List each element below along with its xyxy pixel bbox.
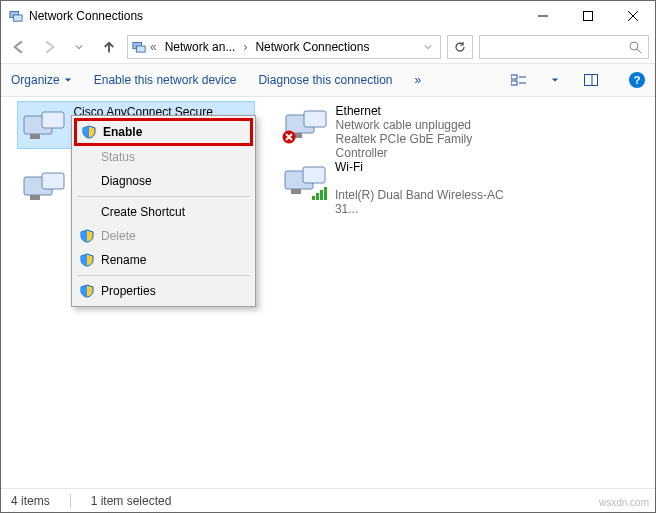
svg-rect-7	[136, 46, 145, 52]
address-dropdown[interactable]	[420, 40, 436, 54]
chevron-down-icon	[64, 76, 72, 84]
shield-icon	[80, 253, 94, 267]
search-box[interactable]	[479, 35, 649, 59]
selected-count: 1 item selected	[91, 494, 172, 508]
adapter-name: Wi-Fi	[335, 160, 526, 174]
shield-icon	[82, 125, 96, 139]
context-diagnose[interactable]: Diagnose	[75, 169, 252, 193]
svg-rect-1	[13, 15, 22, 21]
item-count: 4 items	[11, 494, 50, 508]
context-properties[interactable]: Properties	[75, 279, 252, 303]
command-bar: Organize Enable this network device Diag…	[1, 63, 655, 97]
minimize-button[interactable]	[520, 1, 565, 31]
breadcrumb-part1[interactable]: Network an...	[161, 40, 240, 54]
svg-rect-17	[42, 112, 64, 128]
divider	[70, 494, 71, 508]
chevron-right-icon[interactable]: ›	[243, 40, 247, 54]
adapter-icon	[20, 166, 68, 206]
adapter-icon	[21, 105, 67, 145]
adapter-name: Ethernet	[336, 104, 526, 118]
titlebar: Network Connections	[1, 1, 655, 31]
svg-rect-23	[304, 111, 326, 127]
adapter-device: Intel(R) Dual Band Wireless-AC 31...	[335, 188, 526, 216]
chevron-down-icon[interactable]	[551, 76, 559, 84]
overflow-button[interactable]: »	[415, 73, 422, 87]
svg-rect-18	[30, 134, 40, 139]
adapter-device: Realtek PCIe GbE Family Controller	[336, 132, 526, 160]
error-icon	[282, 130, 296, 144]
app-icon	[9, 8, 23, 25]
organize-menu[interactable]: Organize	[11, 73, 72, 87]
shield-icon	[80, 229, 94, 243]
adapter-ethernet[interactable]: Ethernet Network cable unplugged Realtek…	[279, 101, 529, 163]
preview-pane-button[interactable]	[581, 74, 601, 86]
close-button[interactable]	[610, 1, 655, 31]
svg-rect-3	[583, 12, 592, 21]
svg-point-8	[630, 42, 638, 50]
svg-rect-21	[30, 195, 40, 200]
svg-line-9	[637, 49, 641, 53]
organize-label: Organize	[11, 73, 60, 87]
adapter-icon	[282, 160, 329, 200]
enable-device-button[interactable]: Enable this network device	[94, 73, 237, 87]
address-bar[interactable]: « Network an... › Network Connections	[127, 35, 441, 59]
back-button[interactable]	[7, 35, 31, 59]
status-bar: 4 items 1 item selected wsxdn.com	[1, 488, 655, 512]
content-area: Cisco AnyConnect Secure Mobility Etherne…	[1, 97, 655, 488]
context-menu: Enable Status Diagnose Create Shortcut D…	[71, 115, 256, 307]
context-delete: Delete	[75, 224, 252, 248]
context-enable[interactable]: Enable	[74, 118, 253, 146]
signal-icon	[312, 187, 327, 200]
adapter-icon	[282, 104, 330, 144]
breadcrumb-part2[interactable]: Network Connections	[251, 40, 373, 54]
adapter-blank	[335, 174, 526, 188]
svg-rect-14	[585, 75, 598, 86]
adapter-wifi[interactable]: Wi-Fi Intel(R) Dual Band Wireless-AC 31.…	[279, 157, 529, 219]
svg-rect-20	[42, 173, 64, 189]
search-icon	[629, 41, 642, 54]
svg-rect-11	[511, 81, 517, 85]
svg-rect-28	[291, 189, 301, 194]
diagnose-connection-button[interactable]: Diagnose this connection	[258, 73, 392, 87]
recent-locations-button[interactable]	[67, 35, 91, 59]
separator	[77, 196, 250, 197]
shield-icon	[80, 284, 94, 298]
watermark: wsxdn.com	[599, 497, 649, 508]
adapter-generic[interactable]	[17, 163, 71, 209]
context-rename[interactable]: Rename	[75, 248, 252, 272]
breadcrumb-separator: «	[150, 40, 157, 54]
separator	[77, 275, 250, 276]
context-create-shortcut[interactable]: Create Shortcut	[75, 200, 252, 224]
adapter-status: Network cable unplugged	[336, 118, 526, 132]
svg-rect-10	[511, 75, 517, 79]
forward-button[interactable]	[37, 35, 61, 59]
refresh-button[interactable]	[447, 35, 473, 59]
help-button[interactable]: ?	[629, 72, 645, 88]
up-button[interactable]	[97, 35, 121, 59]
window-title: Network Connections	[23, 9, 520, 23]
location-icon	[132, 39, 146, 56]
context-status: Status	[75, 145, 252, 169]
maximize-button[interactable]	[565, 1, 610, 31]
view-options-button[interactable]	[509, 74, 529, 86]
svg-rect-27	[303, 167, 325, 183]
address-row: « Network an... › Network Connections	[1, 31, 655, 63]
